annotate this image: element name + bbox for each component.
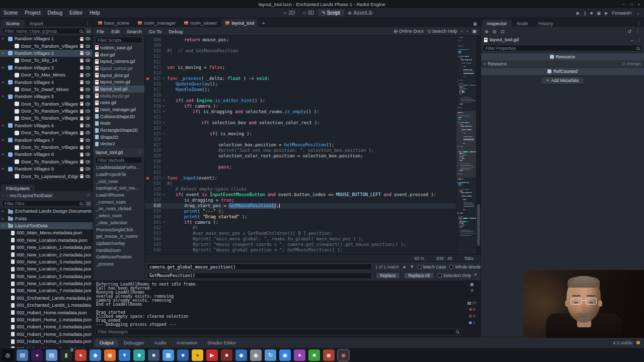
method-list-item[interactable]: _process bbox=[93, 261, 144, 268]
media-player[interactable]: ▶ bbox=[206, 349, 218, 361]
code-line[interactable]: 832 bbox=[145, 170, 456, 175]
clear-output-icon[interactable]: ⊘ bbox=[470, 289, 474, 293]
filter-scripts-input[interactable]: Filter Scripts bbox=[95, 37, 142, 43]
script-attached-icon[interactable] bbox=[80, 95, 84, 99]
code-line[interactable]: 846#print( "mouse global position = ", G… bbox=[145, 247, 456, 253]
file-filter-input[interactable]: Filter Files bbox=[2, 200, 85, 207]
bottom-tab-animation[interactable]: Animation bbox=[172, 339, 202, 346]
chevron-down-icon[interactable]: ⌄ bbox=[630, 37, 633, 42]
visibility-icon[interactable] bbox=[86, 45, 90, 48]
messages-filter-toggle[interactable]: ▤17 bbox=[467, 301, 476, 305]
script-menu-debug[interactable]: Debug bbox=[165, 29, 186, 34]
history-back-icon[interactable]: ‹ bbox=[461, 29, 462, 34]
whole-words-checkbox[interactable]: Whole Words bbox=[449, 264, 480, 269]
scene-tree-item[interactable]: ▾Random Villages 6 bbox=[0, 122, 93, 129]
forward-icon[interactable]: › bbox=[6, 193, 8, 198]
script-attached-icon[interactable] bbox=[80, 138, 84, 142]
expand-editor-icon[interactable]: ▣ bbox=[469, 21, 480, 27]
movie-icon[interactable]: ▣ bbox=[597, 11, 601, 16]
method-list-item[interactable]: get_mouse_in_rooms bbox=[93, 233, 144, 240]
code-line[interactable]: 815▾func _process( _delta: float ) -> vo… bbox=[145, 76, 456, 81]
play-icon[interactable]: ▶ bbox=[577, 11, 580, 16]
code-line[interactable]: 812 bbox=[145, 59, 456, 65]
play-scene-icon[interactable]: ▶ bbox=[605, 11, 608, 16]
expand-caret-icon[interactable]: ▾ bbox=[2, 80, 6, 84]
code-line[interactable]: 833▾func _input(event): bbox=[145, 175, 456, 181]
filesystem-file[interactable]: 000_New_Location_4.metadata.json bbox=[0, 265, 93, 273]
code-line[interactable]: 825▾if( is_moving ): bbox=[145, 131, 456, 137]
code-line[interactable]: 845#print( "mouse viewport coords = ", c… bbox=[145, 242, 456, 247]
inspector-dock-tab-history[interactable]: History bbox=[533, 20, 558, 27]
notification-icon[interactable] bbox=[636, 341, 640, 344]
scene-tree-item[interactable]: ▾Random Villages 1 bbox=[0, 35, 93, 42]
filesystem-file[interactable]: 002_Hubert_Home_1.metadata.json bbox=[0, 316, 93, 323]
code-line[interactable]: 839print( "---" ); bbox=[145, 209, 456, 214]
fold-caret-icon[interactable]: ▾ bbox=[161, 76, 167, 81]
visibility-icon[interactable] bbox=[86, 153, 90, 156]
filesystem-file[interactable]: 000_New_Location_3.metadata.json bbox=[0, 258, 93, 265]
visibility-icon[interactable] bbox=[86, 88, 90, 91]
renderer-select[interactable]: Forward+ bbox=[612, 10, 632, 16]
scene-tab-base_scene[interactable]: base_scene bbox=[94, 19, 133, 27]
dock-menu-icon[interactable]: ⋮ bbox=[633, 21, 644, 27]
scene-tree-item[interactable]: Door_To_Max_Mines bbox=[0, 71, 93, 78]
float-panel-icon[interactable]: ▣ bbox=[472, 29, 476, 34]
menubar-menu-debug[interactable]: Debug bbox=[44, 10, 65, 16]
visibility-icon[interactable] bbox=[86, 146, 90, 149]
filesystem-file[interactable]: 002_Hubert_Home_3.metadata.json bbox=[0, 331, 93, 338]
script-menu-go-to[interactable]: Go To bbox=[145, 29, 165, 34]
code-line[interactable]: 822 bbox=[145, 115, 456, 120]
scene-tree-item[interactable]: Door_To_Random_Villages_9 bbox=[0, 158, 93, 165]
method-list-item[interactable]: topological_sort_roo... bbox=[93, 185, 144, 192]
method-list-item[interactable]: _visit_room bbox=[93, 178, 144, 186]
code-line[interactable]: 811 bbox=[145, 54, 456, 59]
method-list-item[interactable]: _clear_selection bbox=[93, 220, 144, 227]
script-attached-icon[interactable] bbox=[80, 131, 84, 135]
expand-caret-icon[interactable]: ▾ bbox=[2, 167, 6, 171]
taskbar-app-6[interactable]: ● bbox=[75, 349, 87, 361]
method-list-item[interactable]: HandleZoom bbox=[93, 247, 144, 254]
expand-caret-icon[interactable]: ▾ bbox=[2, 152, 6, 156]
script-list-item[interactable]: layout_tool.gd bbox=[93, 85, 144, 93]
search-input[interactable]: camera.get_global_mouse_position() bbox=[147, 263, 372, 270]
selection-only-checkbox[interactable]: Selection Only bbox=[438, 273, 471, 278]
filter-methods-input[interactable]: Filter Methods bbox=[95, 157, 142, 163]
minimap-viewport[interactable] bbox=[456, 111, 476, 177]
maximize-icon[interactable]: □ bbox=[630, 2, 632, 7]
editor-filter-toggle[interactable]: ◉1 bbox=[468, 320, 475, 325]
script-attached-icon[interactable] bbox=[80, 117, 84, 121]
filter-messages-input[interactable]: Filter Messages bbox=[95, 329, 461, 335]
workspace-tab-3d[interactable]: ◇3D bbox=[299, 10, 318, 16]
next-match-icon[interactable]: ▼ bbox=[410, 264, 414, 269]
add-metadata-button[interactable]: + Add Metadata bbox=[541, 76, 584, 84]
script-attached-icon[interactable] bbox=[80, 160, 84, 164]
script-menu-search[interactable]: Search bbox=[123, 29, 145, 34]
scene-tab-layout_tool[interactable]: layout_tool bbox=[221, 19, 258, 27]
visibility-icon[interactable] bbox=[86, 37, 90, 40]
replace-button[interactable]: Replace bbox=[375, 272, 400, 279]
script-list-item[interactable]: CollisionShape2D bbox=[93, 113, 144, 120]
current-script-row[interactable]: layout_tool.gd ⋮ bbox=[93, 148, 144, 156]
expand-caret-icon[interactable]: ▾ bbox=[2, 124, 6, 128]
taskbar-app-13[interactable]: ■ bbox=[177, 349, 189, 361]
scene-tree-item[interactable]: Door_To_Random_Villages_8 bbox=[0, 115, 93, 122]
code-line[interactable]: 834#{ bbox=[145, 181, 456, 187]
online-docs-button[interactable]: Online Docs bbox=[394, 29, 424, 34]
code-line[interactable]: 844#print( "main_menu global: ", rooms.t… bbox=[145, 236, 456, 242]
visibility-icon[interactable] bbox=[86, 110, 90, 113]
visibility-icon[interactable] bbox=[86, 139, 90, 142]
method-list-item[interactable]: ProcessSingleClick bbox=[93, 227, 144, 234]
filesystem-file[interactable]: 002_Hubert_Home.metadata.json bbox=[0, 309, 93, 316]
scene-filter-input[interactable]: Filter: name, t:type, g:group bbox=[2, 28, 85, 34]
minimize-icon[interactable]: ─ bbox=[622, 2, 625, 7]
filter-options-icon[interactable] bbox=[87, 202, 91, 205]
code-line[interactable]: 831pass; bbox=[145, 164, 456, 170]
expand-caret-icon[interactable]: ▾ bbox=[2, 66, 6, 70]
script-attached-icon[interactable] bbox=[80, 145, 84, 149]
method-list-item[interactable]: UpdateOverlay bbox=[93, 240, 144, 247]
object-menu-icon[interactable]: ⋮ bbox=[636, 29, 641, 34]
search-help-button[interactable]: Search Help bbox=[428, 29, 457, 34]
visibility-icon[interactable] bbox=[86, 117, 90, 120]
filesystem-file[interactable]: 000_New_Location_2.metadata.json bbox=[0, 251, 93, 258]
editor-scrollbar[interactable] bbox=[476, 36, 480, 254]
